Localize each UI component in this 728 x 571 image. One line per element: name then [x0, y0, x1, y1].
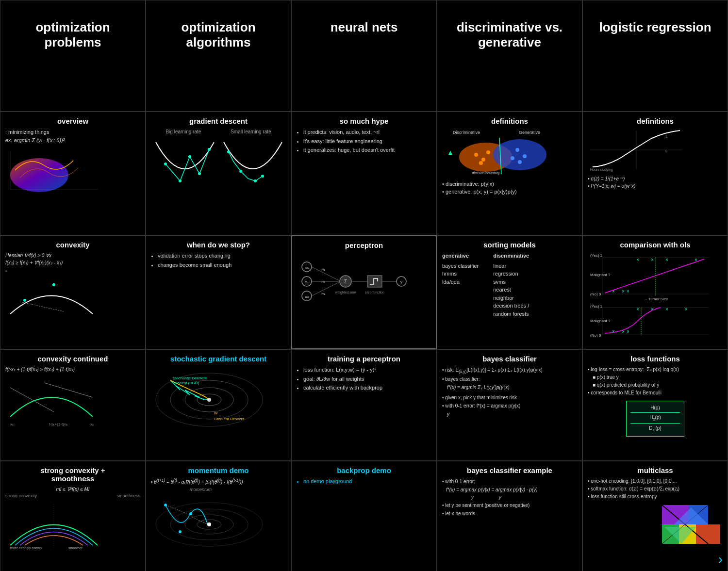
title-r2c1: overview — [5, 117, 140, 125]
svg-text:w₃: w₃ — [321, 292, 325, 295]
svg-rect-48 — [367, 276, 382, 287]
title-r4c5: loss functions — [588, 355, 723, 363]
svg-point-110 — [189, 512, 192, 515]
content-r2c3: it predicts: vision, audio, text, ~rl it… — [297, 128, 431, 154]
content-r4c4: • risk: E(x,y)[L(f(x),y)] = Σₓ p(x) Σᵧ L… — [442, 366, 577, 418]
svg-text:×: × — [627, 289, 629, 294]
svg-line-70 — [605, 259, 704, 293]
svg-text:×: × — [627, 329, 629, 334]
svg-text:W: W — [214, 411, 218, 415]
svg-point-109 — [179, 530, 182, 533]
title-r1c3: neural nets — [297, 20, 431, 35]
cell-r4c1: convexity continued f(t·x₁ + (1-t)f(x₂) … — [0, 349, 146, 461]
svg-point-10 — [254, 179, 257, 182]
svg-text:Malignant ?: Malignant ? — [590, 273, 611, 277]
content-r3c2: validation error stops changing changes … — [151, 252, 286, 269]
content-r4c2: Stochastic Gradient Descent (SGD) W Grad… — [151, 366, 286, 431]
cell-r3c4: sorting models generative bayes classifi… — [437, 235, 582, 349]
title-r4c4: bayes classifier — [442, 355, 577, 363]
svg-line-88 — [44, 383, 93, 397]
svg-text:Malignant ?: Malignant ? — [590, 319, 611, 323]
svg-point-7 — [208, 148, 211, 151]
title-r1c4: discriminative vs.generative — [442, 20, 577, 50]
title-r5c3: backprop demo — [297, 466, 431, 474]
title-r2c5: definitions — [588, 117, 723, 125]
svg-point-33 — [23, 299, 26, 302]
svg-text:Discriminative: Discriminative — [453, 130, 480, 135]
cell-r3c3: perceptron x₁ x₂ x₃ Σ weighted sum — [291, 235, 437, 349]
svg-text:×: × — [636, 307, 639, 312]
next-arrow[interactable]: › — [718, 552, 723, 567]
cell-r5c5: multiclass • one-hot encoding: [1,0,0], … — [582, 461, 728, 571]
cell-r3c2: when do we stop? validation error stops … — [146, 235, 291, 349]
svg-point-19 — [479, 161, 483, 165]
title-r1c2: optimizationalgorithms — [151, 20, 286, 50]
svg-text:×: × — [665, 257, 668, 262]
svg-rect-116 — [696, 524, 720, 544]
svg-text:×: × — [612, 329, 615, 334]
svg-point-22 — [518, 160, 522, 164]
content-r2c4: Discriminative Generative decision bound — [442, 128, 577, 196]
svg-text:step function: step function — [365, 291, 384, 294]
svg-line-87 — [10, 388, 54, 412]
svg-text:t·x₁+(1-t)x₂: t·x₁+(1-t)x₂ — [49, 422, 67, 426]
svg-text:smoother: smoother — [68, 546, 83, 550]
title-r4c1: convexity continued — [5, 355, 140, 363]
svg-text:more strongly convex: more strongly convex — [10, 546, 43, 550]
content-r5c3: nn demo playground — [297, 477, 431, 486]
cell-r2c4: definitions Discriminative Generative — [437, 112, 582, 235]
svg-point-4 — [179, 179, 182, 182]
svg-point-17 — [481, 158, 485, 162]
svg-text:x₁: x₁ — [10, 422, 14, 426]
svg-text:×: × — [651, 257, 654, 262]
cell-r2c5: definitions Hours studying 1 0 • σ(z) = … — [582, 112, 728, 235]
title-r5c4: bayes classifier example — [442, 466, 577, 474]
svg-text:→ Tumor Size: → Tumor Size — [644, 297, 668, 301]
content-r3c1: Hessian ∇²f(x) ≥ 0 ∀x f(x₂) ≥ f(x₁) + ∇f… — [5, 252, 140, 321]
content-r3c3: x₁ x₂ x₃ Σ weighted sum step funct — [297, 252, 431, 313]
svg-point-16 — [474, 153, 478, 157]
cell-r3c1: convexity Hessian ∇²f(x) ≥ 0 ∀x f(x₂) ≥ … — [0, 235, 146, 349]
cell-r5c1: strong convexity +smoothness mI ≤ ∇²f(x)… — [0, 461, 146, 571]
main-grid: optimizationproblems optimizationalgorit… — [0, 0, 728, 571]
svg-text:Generative: Generative — [519, 130, 540, 135]
title-r5c1: strong convexity +smoothness — [5, 466, 140, 483]
svg-text:(No) 0: (No) 0 — [590, 292, 601, 296]
cell-r5c3: backprop demo nn demo playground — [291, 461, 437, 571]
svg-point-20 — [515, 148, 519, 152]
content-r2c2: Big learning rate Small learning rate — [151, 128, 286, 193]
title-r3c3: perceptron — [297, 241, 431, 249]
cell-r4c4: bayes classifier • risk: E(x,y)[L(f(x),y… — [437, 349, 582, 461]
content-r4c3: loss function: L(x,y;w) = (ŷ - y)² goal:… — [297, 366, 431, 392]
svg-text:x₂: x₂ — [90, 422, 94, 426]
title-r3c5: comparison with ols — [588, 241, 723, 249]
content-r4c1: f(t·x₁ + (1-t)f(x₂) ≥ f(tx₁) + (1-t)x₂) … — [5, 366, 140, 429]
svg-text:▲: ▲ — [447, 148, 454, 156]
cell-r2c1: overview : minimizing things ex. argmin … — [0, 112, 146, 235]
svg-text:(No) 0: (No) 0 — [590, 333, 601, 337]
content-r2c5: Hours studying 1 0 • σ(z) = 1/(1+e⁻ᶻ) • … — [588, 128, 723, 190]
content-r5c2: • θ(t+1) = θ(t) - αₜ∇f(θ(t)) + βₜ(f(θ(t)… — [151, 477, 286, 551]
svg-text:×: × — [665, 307, 668, 312]
svg-text:x₃: x₃ — [305, 294, 309, 299]
svg-text:Gradient Descent: Gradient Descent — [214, 417, 245, 421]
cell-r1c1: optimizationproblems — [0, 0, 146, 112]
svg-text:Hours studying: Hours studying — [590, 168, 613, 172]
svg-text:(Yes) 1: (Yes) 1 — [590, 304, 603, 309]
svg-text:Stochastic Gradient: Stochastic Gradient — [173, 376, 207, 380]
title-r3c4: sorting models — [442, 241, 577, 249]
svg-text:x₂: x₂ — [305, 280, 309, 284]
title-r2c3: so much hype — [297, 117, 431, 125]
svg-point-23 — [511, 156, 514, 160]
cell-r3c5: comparison with ols (Yes) 1 Malignant ? … — [582, 235, 728, 349]
title-r4c3: training a perceptron — [297, 355, 431, 363]
cell-r4c5: loss functions • log-loss = cross-entrop… — [582, 349, 728, 461]
content-r5c1: mI ≤ ∇²f(x) ≤ MI strong convexity smooth… — [5, 486, 140, 552]
title-r1c5: logistic regression — [588, 20, 723, 35]
svg-point-3 — [164, 163, 167, 165]
content-r5c4: • with 0-1 error: f*(x) = argmax p(y|x) … — [442, 477, 577, 518]
title-r3c2: when do we stop? — [151, 241, 286, 249]
content-r3c4: generative bayes classifier hmms lda/qda… — [442, 252, 577, 318]
svg-text:×: × — [622, 289, 625, 294]
cell-r4c2: stochastic gradient descent Stochastic G… — [146, 349, 291, 461]
